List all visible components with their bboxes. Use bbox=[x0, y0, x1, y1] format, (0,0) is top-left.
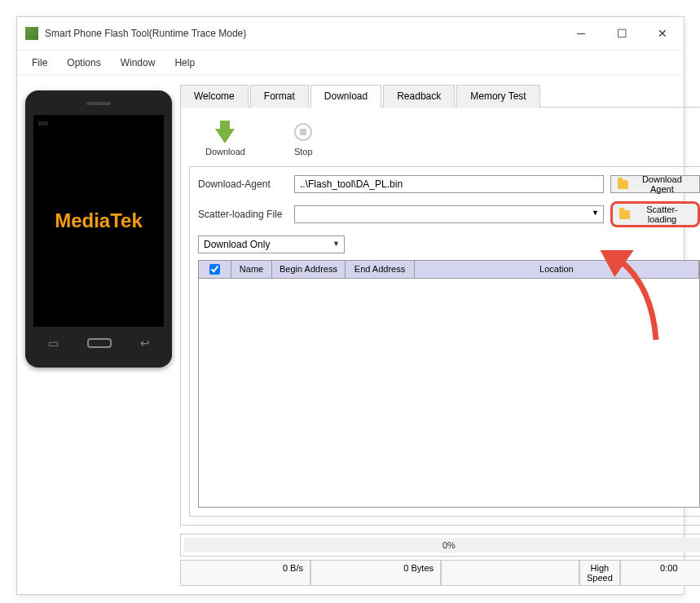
scatter-file-label: Scatter-loading File bbox=[198, 209, 288, 220]
status-time: 0:00 bbox=[620, 560, 700, 586]
download-arrow-icon bbox=[215, 129, 235, 143]
menu-help[interactable]: Help bbox=[166, 54, 203, 72]
phone-home-button bbox=[87, 338, 112, 348]
titlebar: Smart Phone Flash Tool(Runtime Trace Mod… bbox=[17, 17, 684, 51]
download-agent-browse-button[interactable]: Download Agent bbox=[610, 175, 700, 193]
tab-download[interactable]: Download bbox=[310, 85, 381, 108]
action-toolbar: Download Stop bbox=[189, 116, 700, 166]
maximize-button[interactable]: ☐ bbox=[609, 24, 635, 43]
stop-label: Stop bbox=[294, 147, 313, 156]
download-agent-btn-label: Download Agent bbox=[632, 174, 693, 194]
tab-memory-test[interactable]: Memory Test bbox=[456, 85, 539, 108]
grid-header-end[interactable]: End Address bbox=[346, 261, 415, 278]
close-button[interactable]: ✕ bbox=[649, 24, 676, 43]
progress-percent: 0% bbox=[442, 540, 456, 550]
progress-bar: 0% bbox=[184, 538, 700, 552]
phone-speaker bbox=[86, 102, 111, 105]
folder-icon bbox=[619, 210, 630, 219]
status-rate: 0 B/s bbox=[180, 560, 310, 586]
download-agent-input[interactable] bbox=[294, 175, 604, 193]
mode-dropdown-wrap: Download Only bbox=[198, 235, 345, 253]
progress-box: 0% bbox=[180, 534, 700, 557]
menu-window[interactable]: Window bbox=[112, 54, 164, 72]
scatter-btn-label: Scatter-loading bbox=[633, 205, 691, 224]
status-bar: 0 B/s 0 Bytes High Speed 0:00 bbox=[180, 560, 700, 586]
annotation-arrow bbox=[575, 250, 672, 350]
tab-welcome[interactable]: Welcome bbox=[180, 85, 249, 108]
status-empty bbox=[441, 560, 579, 586]
download-button[interactable]: Download bbox=[205, 121, 245, 156]
tab-readback[interactable]: Readback bbox=[383, 85, 455, 108]
phone-menu-icon: ▭ bbox=[48, 337, 59, 350]
scatter-loading-browse-button[interactable]: Scatter-loading bbox=[610, 201, 700, 227]
window-controls: ─ ☐ ✕ bbox=[568, 24, 676, 43]
folder-icon bbox=[618, 180, 628, 189]
menubar: File Options Window Help bbox=[17, 51, 684, 76]
phone-screen: BM MediaTek bbox=[33, 115, 164, 327]
phone-mockup: BM MediaTek ▭ ↩ bbox=[25, 90, 172, 368]
tab-bar: Welcome Format Download Readback Memory … bbox=[180, 84, 700, 108]
select-all-checkbox[interactable] bbox=[209, 264, 220, 275]
status-bytes: 0 Bytes bbox=[310, 560, 441, 586]
phone-brand-tiny: BM bbox=[38, 120, 48, 127]
grid-header-name[interactable]: Name bbox=[231, 261, 272, 278]
phone-nav-bar: ▭ ↩ bbox=[33, 337, 164, 350]
stop-button[interactable]: Stop bbox=[294, 121, 313, 156]
scatter-file-input[interactable] bbox=[294, 205, 604, 223]
tab-format[interactable]: Format bbox=[250, 85, 309, 108]
download-label: Download bbox=[205, 147, 245, 156]
scatter-file-row: Scatter-loading File ▼ Scatter-loading bbox=[198, 201, 700, 227]
phone-back-icon: ↩ bbox=[140, 337, 150, 350]
status-speed: High Speed bbox=[579, 560, 620, 586]
app-icon bbox=[25, 27, 38, 40]
grid-header-check[interactable] bbox=[199, 261, 231, 278]
download-agent-row: Download-Agent Download Agent bbox=[198, 175, 700, 193]
phone-preview-panel: BM MediaTek ▭ ↩ bbox=[25, 84, 172, 586]
minimize-button[interactable]: ─ bbox=[568, 24, 594, 43]
app-window: Smart Phone Flash Tool(Runtime Trace Mod… bbox=[16, 16, 685, 595]
stop-icon bbox=[294, 123, 312, 141]
menu-file[interactable]: File bbox=[24, 54, 55, 72]
window-title: Smart Phone Flash Tool(Runtime Trace Mod… bbox=[45, 28, 568, 39]
grid-header-begin[interactable]: Begin Address bbox=[272, 261, 346, 278]
download-agent-label: Download-Agent bbox=[198, 178, 288, 190]
mediatek-logo: MediaTek bbox=[55, 209, 143, 232]
mode-dropdown[interactable]: Download Only bbox=[198, 235, 345, 253]
menu-options[interactable]: Options bbox=[59, 54, 108, 72]
